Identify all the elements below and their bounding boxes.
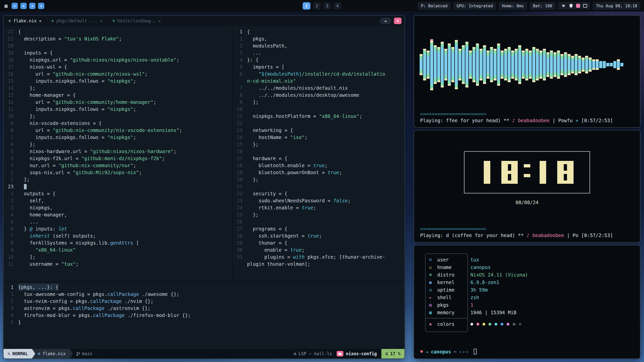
line-number: 17 (232, 155, 247, 162)
visualizer-bar (434, 45, 437, 84)
fetch-value: zsh (470, 295, 479, 300)
tab-flake-nix[interactable]: ❄ flake.nix × (4, 16, 47, 26)
tag-icon[interactable]: ◆ (12, 3, 18, 9)
line-number: 21 (232, 183, 247, 190)
code-line: plugin thunar-volman]; (232, 260, 405, 267)
status-chip[interactable]: GPU: Integrated (453, 2, 496, 10)
line-number: 7 (4, 134, 18, 141)
powerline-separator (32, 349, 35, 358)
tag-icon[interactable]: ◆ (20, 3, 27, 9)
code-line: 4}: { (232, 56, 405, 63)
tray-window-icon (583, 4, 587, 8)
color-dot (476, 323, 479, 326)
code-text: nur.url = "github:nix-community/nur"; (18, 162, 136, 169)
line-number: 18 (4, 56, 18, 63)
line-number: 4 (4, 312, 18, 319)
code-text: tux-nvim-config = pkgs.callPackage ./nvi… (18, 298, 153, 305)
code-text: nix-vscode-extensions = { (18, 120, 102, 127)
code-text: enable = true; (247, 246, 305, 253)
shell-prompt[interactable]: ♥ → canopus ~ ››› (414, 349, 640, 358)
tag-icon[interactable]: ◆ (29, 3, 35, 9)
tag-icon[interactable]: ◆ (38, 3, 44, 9)
code-line: 3 nur.url = "github:nix-community/nur"; (4, 162, 232, 169)
clock-digit (536, 161, 553, 184)
line-number: 3 (4, 204, 18, 211)
line-number: 1 (4, 190, 18, 197)
line-number: 4 (4, 155, 18, 162)
code-line: 9 ]; (232, 99, 405, 106)
kernel-icon: ▣ (429, 280, 437, 285)
clock-chip[interactable]: Thu Aug 08, 18:18 (593, 2, 640, 10)
code-line: 19 bluetooth.powerOnBoot = true; (232, 169, 405, 176)
visualizer-bar (518, 45, 521, 84)
code-line: 28 ssh.startAgent = true; (232, 232, 405, 239)
line-number: 4 (4, 211, 18, 218)
code-text: username = "tux"; (18, 260, 78, 267)
close-button[interactable]: × (394, 18, 401, 24)
fetch-value: canopus (470, 264, 491, 270)
line-number: 16 (4, 70, 18, 77)
fetch-row-memory: ▦memory1946 | 15394 MiB (426, 309, 467, 316)
workspace-button-1[interactable]: 1 (303, 2, 310, 10)
code-text: url = "github:nix-community/home-manager… (18, 99, 156, 106)
code-line: 2 sops-nix.url = "github:Mic92/sops-nix"… (4, 169, 232, 176)
visualizer-bar (543, 49, 546, 80)
code-line: 17 nixos-wsl = { (4, 63, 232, 70)
code-text: inherit (self) outputs; (18, 232, 96, 239)
line-number: 11 (4, 260, 18, 267)
code-text: firefox-mod-blur = pkgs.callPackage ./fi… (18, 312, 191, 319)
tab-pkgs-default[interactable]: ❄ pkgs/default ... × (47, 16, 107, 26)
fetch-value: 6.9.8-zen1 (470, 280, 499, 285)
app-launcher-icon[interactable]: ▦ (4, 3, 9, 9)
code-text: inputs.nixpkgs.follows = "nixpkgs"; (18, 77, 136, 84)
code-text: home-manager = { (18, 92, 76, 99)
status-chip[interactable]: Bat: 100 (530, 2, 555, 10)
workspace-button-3[interactable]: 3 (323, 2, 331, 10)
color-dot (519, 323, 521, 326)
line-number: 13 (232, 127, 247, 134)
line-number: 2 (4, 169, 18, 176)
pkgs-default-pane[interactable]: 1{pkgs, ...}: {1 tux-awesome-wm-config =… (4, 282, 405, 349)
tab-hosts-isoimage[interactable]: ❄ hosts/isoImag.. × (107, 16, 166, 26)
line-number (232, 77, 247, 84)
code-text: sops-nix.url = "github:Mic92/sops-nix"; (18, 169, 142, 176)
tray[interactable] (558, 2, 590, 10)
line-number: 19 (4, 49, 18, 56)
visualizer-bar (592, 59, 595, 70)
folder-icon (337, 351, 343, 356)
flake-nix-pane[interactable]: 22{21 description = "tux's NixOS Flake";… (4, 26, 232, 282)
status-chip[interactable]: Home: 8ms (499, 2, 527, 10)
workspace-button-2[interactable]: 2 (313, 2, 321, 10)
line-number: 2 (4, 197, 18, 204)
visualizer-bar (557, 51, 560, 79)
visualizer-bar (568, 54, 571, 75)
code-line: 21 description = "tux's NixOS Flake"; (4, 35, 232, 42)
code-text: }; (18, 84, 35, 92)
line-number: 23 (232, 197, 247, 204)
code-line: 10 }; (4, 113, 232, 120)
code-text: ]; (247, 99, 259, 106)
line-number: 3 (4, 162, 18, 169)
visualizer-bar (490, 47, 493, 82)
fetch-value: NixOS 24.11 (Vicuna) (470, 272, 528, 278)
code-line: 5 imports = [ (232, 63, 405, 70)
audio-visualizer (414, 16, 640, 111)
line-number: 15 (232, 141, 247, 148)
workspace-button-4[interactable]: 4 (334, 2, 341, 10)
tab-close-icon[interactable]: × (100, 19, 103, 23)
code-line: 9 nix-vscode-extensions = { (4, 120, 232, 127)
code-text: inputs.nixpkgs.follows = "nixpkgs"; (18, 106, 136, 113)
iso-image-pane[interactable]: 1{1 pkgs,2 modulesPath,3 ...4}: {5 impor… (232, 26, 405, 282)
code-line: 11 nixpkgs.hostPlatform = "x86_64-linux"… (232, 113, 405, 120)
line-number: 10 (4, 253, 18, 260)
status-chip[interactable]: P: Balanced (418, 2, 451, 10)
code-line: 6 } @ inputs: let (4, 225, 232, 232)
line-number: 22 (232, 190, 247, 197)
pin-button[interactable]: ◉ (380, 18, 391, 24)
visualizer-bar (494, 49, 497, 80)
code-text: nixpkgs.url = "github:nixos/nixpkgs/nixo… (18, 56, 179, 63)
line-number: 23 (4, 183, 18, 190)
visualizer-bar (613, 61, 616, 68)
tab-close-icon[interactable]: × (39, 19, 42, 23)
tab-close-icon[interactable]: × (158, 19, 161, 23)
